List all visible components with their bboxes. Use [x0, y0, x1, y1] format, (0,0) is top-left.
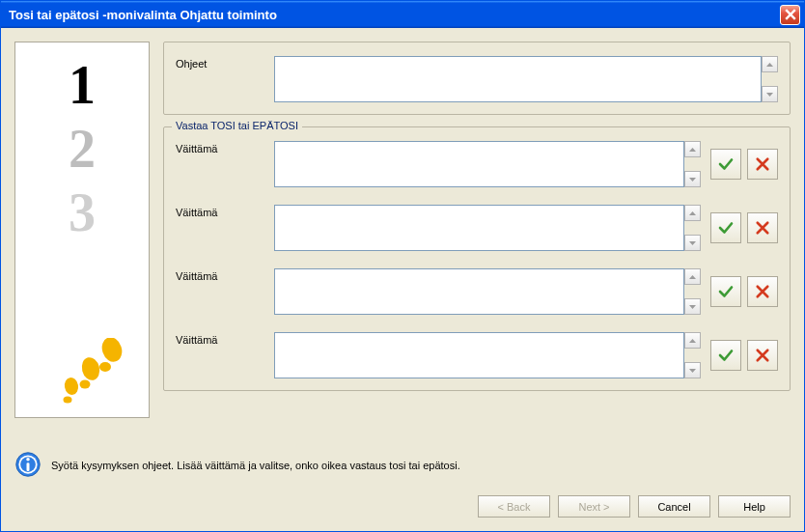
svg-point-5 — [64, 397, 72, 404]
window-title: Tosi tai epätosi -monivalinta Ohjattu to… — [9, 8, 277, 22]
wizard-step-panel: 1 2 3 — [14, 42, 150, 418]
claim-scroll-up[interactable] — [684, 205, 701, 221]
instructions-scroll-up[interactable] — [762, 56, 778, 72]
footprints-icon — [52, 338, 129, 409]
back-button[interactable]: < Back — [478, 495, 550, 518]
window-frame: Tosi tai epätosi -monivalinta Ohjattu to… — [0, 0, 805, 532]
claims-group: Vastaa TOSI tai EPÄTOSI Väittämä — [163, 126, 791, 391]
claim-scroll-up[interactable] — [684, 141, 701, 157]
claims-legend: Vastaa TOSI tai EPÄTOSI — [172, 120, 302, 131]
info-text: Syötä kysymyksen ohjeet. Lisää väittämä … — [51, 460, 460, 471]
content-area: 1 2 3 Ohjeet — [1, 28, 804, 445]
cross-icon — [754, 155, 771, 173]
claim-textarea[interactable] — [274, 268, 684, 315]
cross-icon — [754, 283, 771, 300]
mark-true-button[interactable] — [710, 212, 741, 243]
claim-row: Väittämä — [176, 332, 778, 378]
mark-false-button[interactable] — [747, 212, 778, 243]
mark-true-button[interactable] — [710, 340, 741, 371]
claim-scroll-up[interactable] — [684, 268, 701, 285]
instructions-row: Ohjeet — [176, 56, 778, 102]
claim-textarea[interactable] — [274, 205, 684, 251]
step-1-digit: 1 — [69, 58, 96, 112]
claim-row: Väittämä — [176, 268, 778, 315]
claim-scroll-down[interactable] — [684, 362, 701, 378]
claim-scroll-up[interactable] — [684, 332, 701, 349]
claim-scroll-down[interactable] — [684, 171, 701, 187]
help-button[interactable]: Help — [718, 495, 791, 518]
claim-textarea[interactable] — [274, 332, 684, 378]
info-bar: Syötä kysymyksen ohjeet. Lisää väittämä … — [1, 445, 804, 484]
check-icon — [717, 283, 735, 300]
svg-point-0 — [98, 338, 125, 364]
mark-false-button[interactable] — [747, 149, 778, 180]
claim-label: Väittämä — [176, 268, 264, 282]
claim-row: Väittämä — [176, 141, 778, 187]
check-icon — [717, 219, 735, 237]
svg-point-1 — [99, 362, 111, 372]
step-2-digit: 2 — [69, 122, 96, 176]
svg-point-10 — [26, 458, 30, 462]
mark-false-button[interactable] — [747, 276, 778, 307]
cross-icon — [754, 219, 771, 237]
instructions-label: Ohjeet — [176, 56, 264, 70]
info-icon — [14, 451, 42, 480]
main-panel: Ohjeet Vastaa TOSI tai EPÄTOSI Väittämä — [163, 42, 791, 435]
cancel-button[interactable]: Cancel — [638, 495, 710, 518]
claim-row: Väittämä — [176, 205, 778, 251]
cross-icon — [754, 347, 771, 364]
instructions-group: Ohjeet — [163, 42, 791, 115]
claim-scroll-down[interactable] — [684, 298, 701, 315]
mark-false-button[interactable] — [747, 340, 778, 371]
instructions-scroll-down[interactable] — [762, 86, 778, 102]
close-icon — [785, 9, 796, 20]
svg-rect-9 — [27, 462, 30, 471]
check-icon — [717, 347, 735, 364]
svg-point-3 — [80, 380, 91, 389]
svg-point-4 — [64, 377, 80, 396]
mark-true-button[interactable] — [710, 276, 741, 307]
step-3-digit: 3 — [69, 185, 96, 239]
titlebar: Tosi tai epätosi -monivalinta Ohjattu to… — [1, 1, 804, 28]
next-button[interactable]: Next > — [558, 495, 630, 518]
claim-scroll-down[interactable] — [684, 235, 701, 251]
claim-textarea[interactable] — [274, 141, 684, 187]
claim-label: Väittämä — [176, 332, 264, 346]
claim-label: Väittämä — [176, 141, 264, 154]
mark-true-button[interactable] — [710, 149, 741, 180]
svg-point-2 — [79, 355, 101, 382]
footer-buttons: < Back Next > Cancel Help — [1, 484, 804, 531]
claim-label: Väittämä — [176, 205, 264, 218]
instructions-textarea[interactable] — [274, 56, 762, 102]
close-button[interactable] — [780, 5, 800, 25]
check-icon — [717, 155, 735, 173]
